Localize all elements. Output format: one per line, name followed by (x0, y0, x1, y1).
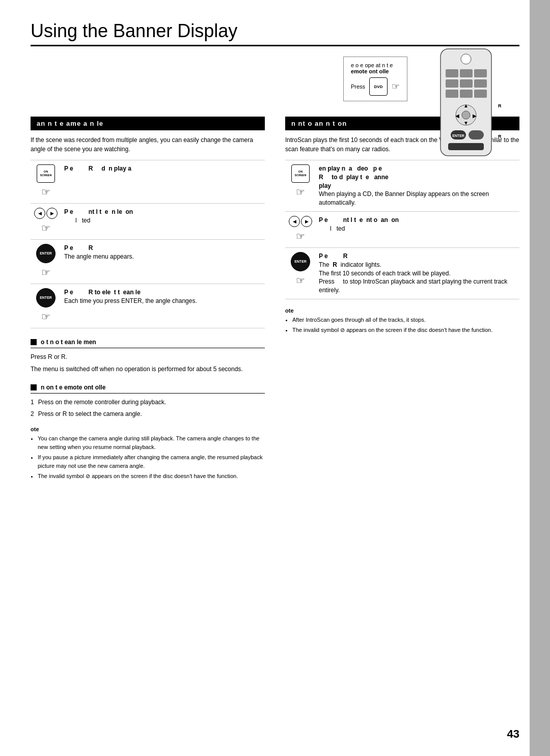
page-container: Using the Banner Display e o e ope at n … (0, 0, 550, 756)
right-step-1: ONSCREEN ☞ en play n a deo p e R to d pl… (285, 160, 519, 212)
bullet-2 (31, 384, 37, 390)
on-remote-steps: 1 Press on the remote controller during … (31, 398, 265, 419)
enter-button-2[interactable]: ENTER (36, 288, 56, 307)
svg-rect-8 (446, 90, 458, 98)
svg-rect-2 (446, 69, 458, 77)
right-step-3-content: P e R The R indicator lights. The first … (316, 247, 519, 299)
arrows-group-left: ◀ ▶ (34, 208, 58, 219)
enter-button-1[interactable]: ENTER (36, 244, 56, 263)
right-step-3-icon: ENTER ☞ (285, 247, 316, 299)
left-note-text: You can change the camera angle during s… (31, 434, 265, 481)
left-note-item-2: If you pause a picture immediately after… (38, 453, 265, 470)
on-remote-header: n on t e emote ont olle (31, 384, 265, 394)
left-note-label: ote (31, 426, 265, 432)
close-menu-section: o t n o t ean le men Press R or R. The m… (31, 339, 265, 374)
right-gray-bar (530, 0, 550, 756)
left-step-3-content: P e R The angle menu appears. (61, 240, 265, 284)
left-step-1: ONSCREEN ☞ P e R d n play a (31, 160, 265, 204)
close-menu-label: o t n o t ean le men (41, 339, 96, 346)
instruction-press: Press (351, 83, 365, 90)
remote-illustration: ▲ ▼ ◀ ▶ ENTER R R R (423, 46, 514, 165)
left-column: an n t e ame a n le If the scene was rec… (31, 117, 265, 483)
hand-cursor: ☞ (392, 81, 400, 92)
left-step-1-label: P e R d n play a (64, 164, 262, 173)
left-step-1-icon: ONSCREEN ☞ (31, 160, 61, 204)
right-note-section: ote After IntroScan goes through all of … (285, 307, 519, 334)
right-step-1-desc: When playing a CD, the Banner Display ap… (319, 190, 516, 207)
on-remote-step-1: 1 Press on the remote controller during … (31, 398, 265, 407)
right-arrow-btn-2[interactable]: ▶ (301, 216, 312, 227)
left-step-4: ENTER ☞ P e R to ele t t ean le Each tim… (31, 284, 265, 328)
right-step-3-desc2: The first 10 seconds of each track will … (319, 269, 516, 278)
left-arrow-btn-2[interactable]: ◀ (289, 216, 300, 227)
left-steps-table: ONSCREEN ☞ P e R d n play a (31, 160, 265, 328)
right-step-3-icon-wrap: ENTER ☞ (288, 252, 313, 288)
arrows-group-right: ◀ ▶ (289, 216, 312, 227)
right-step-3-desc3: Press to stop IntroScan playback and sta… (319, 277, 516, 295)
right-note-text: After IntroScan goes through all of the … (285, 316, 519, 334)
left-step-1-icon-wrap: ONSCREEN ☞ (34, 164, 58, 199)
dvd-button[interactable]: DVD (369, 77, 388, 96)
instruction-line1: e o e ope at n t e (351, 62, 400, 68)
right-step-2-sub: l ted (319, 225, 516, 233)
svg-point-1 (461, 54, 471, 64)
on-remote-label: n on t e emote ont olle (41, 384, 105, 391)
right-step-1-icon-wrap: ONSCREEN ☞ (288, 164, 313, 199)
right-step-2-content: P e nt l t e nt o an on l ted (316, 211, 519, 247)
on-screen-button-2[interactable]: ONSCREEN (291, 164, 310, 183)
left-section-description: If the scene was recorded from multiple … (31, 135, 265, 154)
hand-7: ☞ (296, 273, 305, 288)
left-step-2: ◀ ▶ ☞ P e nt l t e n le on l ted (31, 204, 265, 240)
right-step-2: ◀ ▶ ☞ P e nt l t e nt o an on l ted (285, 211, 519, 247)
instruction-line2: emote ont olle (351, 68, 400, 74)
left-step-1-content: P e R d n play a (61, 160, 265, 204)
hand-6: ☞ (296, 229, 305, 243)
step-num-1: 1 (31, 398, 34, 407)
right-step-3-desc1: The R indicator lights. (319, 261, 516, 269)
hand-1: ☞ (41, 185, 50, 199)
left-step-3-icon-wrap: ENTER ☞ (34, 244, 58, 279)
left-step-4-label: P e R to ele t t ean le (64, 288, 262, 297)
svg-rect-3 (460, 69, 473, 77)
right-step-3: ENTER ☞ P e R The R indicator lights. Th… (285, 247, 519, 299)
right-step-2-icon: ◀ ▶ ☞ (285, 211, 316, 247)
left-note-section: ote You can change the camera angle duri… (31, 426, 265, 481)
remote-instruction-box: e o e ope at n t e emote ont olle Press … (343, 57, 407, 101)
page-number: 43 (507, 727, 519, 741)
on-remote-step-2: 2 Press or R to select the camera angle. (31, 409, 265, 419)
left-note-item-1: You can change the camera angle during s… (38, 434, 265, 451)
left-step-2-content: P e nt l t e n le on l ted (61, 204, 265, 240)
step-num-2: 2 (31, 409, 34, 419)
right-step-1-icon: ONSCREEN ☞ (285, 160, 316, 212)
remote-svg: ▲ ▼ ◀ ▶ ENTER R R R (423, 46, 509, 163)
r-label-1: R (498, 103, 502, 108)
close-menu-text2: The menu is switched off when no operati… (31, 365, 265, 374)
r-label-2: R (498, 126, 502, 131)
right-step-1-sub: R to d play t e anne (319, 173, 516, 182)
left-step-4-icon: ENTER ☞ (31, 284, 61, 328)
left-arrow-btn[interactable]: ◀ (34, 208, 45, 219)
hand-5: ☞ (296, 185, 305, 199)
svg-text:▲: ▲ (463, 103, 469, 108)
bullet-1 (31, 339, 37, 345)
right-note-item-1: After IntroScan goes through all of the … (292, 316, 519, 324)
main-content: an n t e ame a n le If the scene was rec… (31, 117, 519, 483)
on-screen-button-1[interactable]: ONSCREEN (37, 164, 55, 183)
right-step-1-label: en play n a deo p e (319, 164, 516, 173)
left-step-2-label: P e nt l t e n le on (64, 208, 262, 216)
left-step-4-icon-wrap: ENTER ☞ (34, 288, 58, 324)
left-section-header: an n t e ame a n le (31, 117, 265, 130)
left-step-4-content: P e R to ele t t ean le Each time you pr… (61, 284, 265, 328)
left-step-3-label: P e R (64, 244, 262, 253)
svg-rect-9 (460, 90, 473, 98)
left-note-item-3: The invalid symbol ⊘ appears on the scre… (38, 472, 265, 481)
enter-button-3[interactable]: ENTER (291, 252, 310, 271)
svg-text:◀: ◀ (455, 113, 459, 119)
on-remote-step-2-text: Press or R to select the camera angle. (38, 409, 142, 419)
hand-3: ☞ (41, 265, 50, 279)
right-step-1-play: play (319, 182, 516, 190)
on-remote-section: n on t e emote ont olle 1 Press on the r… (31, 384, 265, 419)
right-arrow-btn[interactable]: ▶ (46, 208, 58, 219)
svg-rect-4 (474, 69, 487, 77)
svg-rect-10 (474, 90, 487, 98)
